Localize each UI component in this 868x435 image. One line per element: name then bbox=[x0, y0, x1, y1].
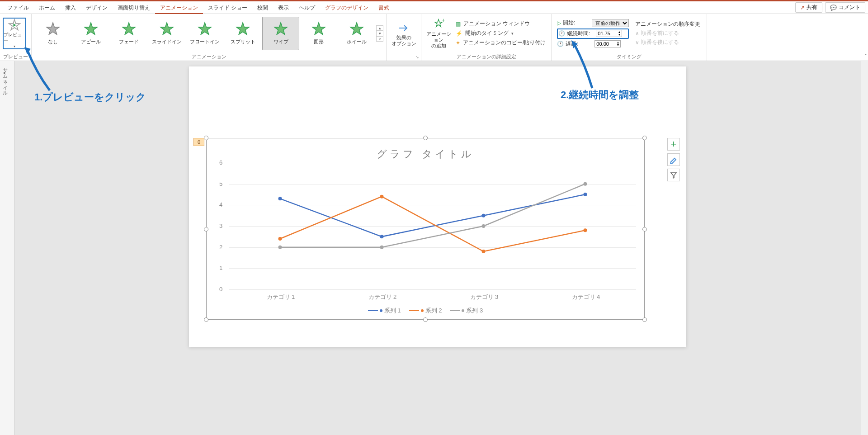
chart-styles-button[interactable] bbox=[667, 153, 680, 166]
svg-point-9 bbox=[278, 246, 282, 249]
anim-item-8[interactable]: ホイール bbox=[338, 17, 375, 50]
chart-title: グラフ タイトル bbox=[207, 138, 644, 161]
arrow-right-icon bbox=[397, 21, 410, 35]
svg-point-5 bbox=[278, 237, 282, 241]
tab-insert[interactable]: 挿入 bbox=[60, 1, 81, 14]
svg-point-7 bbox=[482, 250, 486, 253]
animation-pane-button[interactable]: ▥アニメーション ウィンドウ bbox=[456, 20, 546, 28]
star-icon bbox=[311, 21, 326, 37]
pane-icon: ▥ bbox=[456, 21, 461, 27]
x-tick-label: カテゴリ 1 bbox=[267, 293, 295, 301]
y-tick-label: 1 bbox=[219, 265, 222, 271]
thumbnails-pane[interactable]: ▸ サムネイル bbox=[0, 61, 14, 435]
y-tick-label: 4 bbox=[219, 201, 222, 208]
x-tick-label: カテゴリ 2 bbox=[368, 293, 397, 301]
star-icon bbox=[83, 21, 99, 37]
y-tick-label: 5 bbox=[219, 180, 222, 187]
svg-point-4 bbox=[584, 193, 587, 196]
reorder-prev-button[interactable]: ∧順番を前にする bbox=[635, 29, 700, 37]
svg-point-1 bbox=[278, 197, 282, 200]
chart-filter-button[interactable] bbox=[667, 169, 680, 181]
y-tick-label: 2 bbox=[219, 244, 222, 251]
star-icon bbox=[159, 21, 175, 37]
anim-item-6[interactable]: ワイプ bbox=[262, 17, 299, 50]
legend-item: 系列 2 bbox=[409, 307, 442, 315]
vertical-scrollbar[interactable] bbox=[861, 61, 868, 435]
x-tick-label: カテゴリ 3 bbox=[470, 293, 499, 301]
tab-design[interactable]: デザイン bbox=[81, 1, 113, 14]
tab-chartdesign[interactable]: グラフのデザイン bbox=[320, 1, 373, 14]
star-icon bbox=[349, 21, 364, 37]
svg-point-3 bbox=[482, 214, 486, 218]
tab-transition[interactable]: 画面切り替え bbox=[113, 1, 155, 14]
anim-item-1[interactable]: アピール bbox=[72, 17, 109, 50]
effect-options-button[interactable]: 効果の オプション bbox=[389, 17, 418, 51]
star-icon bbox=[121, 21, 137, 37]
svg-point-11 bbox=[482, 224, 486, 228]
reorder-next-button[interactable]: ∨順番を後にする bbox=[635, 38, 700, 46]
anim-item-5[interactable]: スプリット bbox=[224, 17, 261, 50]
animation-tag[interactable]: 0 bbox=[193, 138, 204, 146]
animation-gallery: なしアピールフェードスライドインフロートインスプリットワイプ図形ホイール bbox=[34, 17, 375, 50]
trigger-button[interactable]: ⚡開始のタイミング ▾ bbox=[456, 29, 546, 37]
chart-elements-button[interactable]: + bbox=[667, 138, 680, 151]
group-animation-label: アニメーション bbox=[32, 52, 386, 61]
star-plus-icon: + bbox=[432, 18, 445, 31]
preview-button[interactable]: プレビュー ▾ bbox=[3, 18, 26, 49]
tab-animation[interactable]: アニメーション bbox=[155, 1, 203, 14]
slide-canvas[interactable]: 0 グラフ タイトル 0123456カテゴリ 1カテゴリ 2カテゴリ 3カテゴリ… bbox=[189, 66, 686, 347]
svg-point-2 bbox=[380, 235, 384, 238]
collapse-ribbon-icon[interactable]: ˄ bbox=[864, 53, 867, 60]
gallery-more[interactable]: ▴▾▿ bbox=[376, 25, 383, 42]
ribbon-tabs: ファイル ホーム 挿入 デザイン 画面切り替え アニメーション スライド ショー… bbox=[0, 1, 868, 14]
tab-review[interactable]: 校閲 bbox=[252, 1, 273, 14]
x-tick-label: カテゴリ 4 bbox=[572, 293, 600, 301]
tab-format[interactable]: 書式 bbox=[373, 1, 394, 14]
svg-point-12 bbox=[584, 182, 587, 186]
anim-item-2[interactable]: フェード bbox=[110, 17, 147, 50]
share-button[interactable]: ↗共有 bbox=[795, 2, 822, 13]
group-advanced-label: アニメーションの詳細設定 bbox=[421, 52, 551, 61]
reorder-label: アニメーションの順序変更 bbox=[635, 20, 700, 28]
legend-item: 系列 3 bbox=[450, 307, 483, 315]
tab-home[interactable]: ホーム bbox=[34, 1, 60, 14]
chart-legend: 系列 1系列 2系列 3 bbox=[207, 307, 644, 315]
play-icon: ▷ bbox=[557, 20, 561, 26]
anim-item-7[interactable]: 図形 bbox=[300, 17, 337, 50]
clock-icon: 🕐 bbox=[558, 30, 565, 37]
y-tick-label: 6 bbox=[219, 159, 222, 166]
star-icon bbox=[45, 21, 61, 37]
svg-text:+: + bbox=[442, 18, 445, 24]
add-animation-button[interactable]: + アニメーション の追加 bbox=[424, 17, 453, 50]
chart-object[interactable]: グラフ タイトル 0123456カテゴリ 1カテゴリ 2カテゴリ 3カテゴリ 4… bbox=[206, 138, 645, 320]
star-brush-icon: ✦ bbox=[456, 40, 460, 46]
ribbon: プレビュー ▾ プレビュー なしアピールフェードスライドインフロートインスプリッ… bbox=[0, 14, 868, 61]
anim-item-4[interactable]: フロートイン bbox=[186, 17, 223, 50]
funnel-icon bbox=[670, 171, 677, 179]
comment-button[interactable]: 💬コメント bbox=[825, 2, 865, 13]
duration-spinner[interactable]: 01.75▴▾ bbox=[596, 30, 622, 37]
star-icon bbox=[273, 21, 288, 37]
delay-icon: 🕐 bbox=[557, 41, 564, 47]
annotation-arrow-2 bbox=[565, 38, 619, 93]
svg-point-8 bbox=[584, 228, 587, 232]
dialog-launcher-icon[interactable]: ↘ bbox=[415, 55, 419, 59]
timing-duration-row: 🕐 継続時間: 01.75▴▾ bbox=[557, 28, 629, 39]
brush-icon bbox=[670, 156, 678, 164]
y-tick-label: 0 bbox=[219, 286, 222, 293]
star-play-icon bbox=[7, 19, 22, 32]
animation-painter-button[interactable]: ✦アニメーションのコピー/貼り付け bbox=[456, 39, 546, 47]
start-select[interactable]: 直前の動作… bbox=[592, 19, 629, 27]
timing-start-row: ▷ 開始: 直前の動作… bbox=[557, 19, 629, 27]
svg-point-6 bbox=[380, 195, 384, 199]
anim-item-3[interactable]: スライドイン bbox=[148, 17, 185, 50]
legend-item: 系列 1 bbox=[368, 307, 401, 315]
tab-help[interactable]: ヘルプ bbox=[294, 1, 320, 14]
annotation-arrow-1 bbox=[23, 45, 68, 95]
star-icon bbox=[197, 21, 212, 37]
expand-icon[interactable]: ▸ bbox=[4, 70, 6, 75]
star-icon bbox=[235, 21, 250, 37]
tab-slideshow[interactable]: スライド ショー bbox=[203, 1, 252, 14]
tab-view[interactable]: 表示 bbox=[273, 1, 294, 14]
tab-file[interactable]: ファイル bbox=[2, 1, 34, 14]
